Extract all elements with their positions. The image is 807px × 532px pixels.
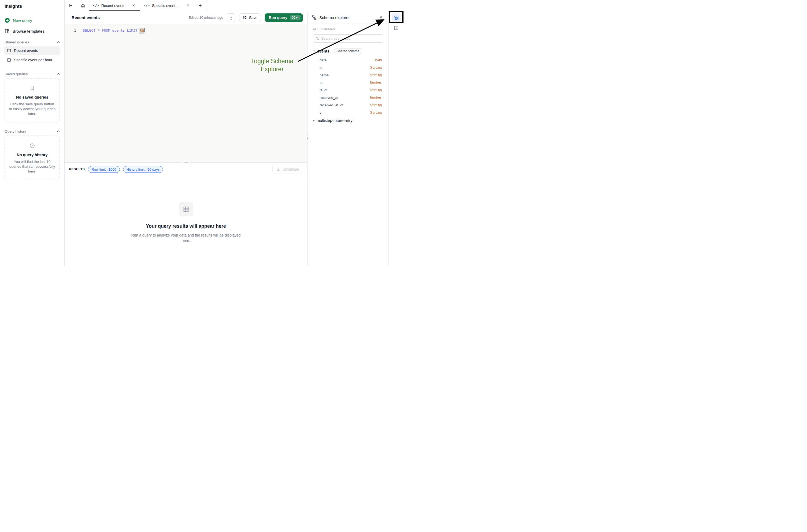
schema-field-row[interactable]: received_at Number xyxy=(319,94,382,101)
sidebar: Insights New query Browse templates Shar… xyxy=(0,0,65,266)
schema-field-row[interactable]: v String xyxy=(319,109,382,116)
chevron-up-icon xyxy=(57,130,60,132)
close-tab-icon[interactable]: ✕ xyxy=(186,3,190,8)
schema-field-row[interactable]: name String xyxy=(319,71,382,79)
results-label: RESULTS xyxy=(69,167,85,171)
caret-down-icon: ▼ xyxy=(313,50,315,53)
panel-resize-handle[interactable] xyxy=(306,134,309,143)
bookmark-icon xyxy=(8,86,56,91)
history-limit-pill[interactable]: History limit : 90 days xyxy=(123,166,163,173)
run-query-button[interactable]: Run query ⌘ ↵ xyxy=(264,13,303,22)
feedback-icon xyxy=(393,25,399,31)
home-icon xyxy=(81,3,86,8)
search-input[interactable] xyxy=(321,36,381,40)
schema-search-box[interactable] xyxy=(313,34,383,43)
save-icon xyxy=(243,16,247,20)
caret-right-icon: ▶ xyxy=(313,119,315,122)
shared-queries-section-header[interactable]: Shared queries xyxy=(4,40,60,44)
run-query-shortcut: ⌘ ↵ xyxy=(290,15,300,20)
query-editor-pane: Recent events Edited 10 minutes ago Save… xyxy=(65,11,307,266)
plus-icon: + xyxy=(199,3,202,8)
results-empty-state: Your query results will appear here Run … xyxy=(65,176,307,266)
query-history-empty-state: No query history You will find the last … xyxy=(4,136,60,180)
schema-event-multistep[interactable]: ▶ multistep-future-retry xyxy=(313,118,383,123)
schema-field-row[interactable]: data JSON xyxy=(319,56,382,64)
sql-code: SELECT * FROM events LIMIT xyxy=(83,28,140,34)
editor-header: Recent events Edited 10 minutes ago Save… xyxy=(65,11,307,24)
history-icon xyxy=(8,143,56,148)
schema-explorer-panel: Schema explorer ✕ ALL SCHEMAS ▼ events S… xyxy=(307,11,388,266)
results-toolbar: RESULTS Row limit : 1000 History limit :… xyxy=(65,163,307,176)
collapse-left-icon xyxy=(68,3,73,8)
tab-recent-events[interactable]: </> Recent events ✕ xyxy=(89,0,140,11)
schema-field-row[interactable]: ts Number xyxy=(319,79,382,86)
table-icon xyxy=(183,206,189,213)
save-button[interactable]: Save xyxy=(239,13,261,22)
empty-results-title: Your query results will appear here xyxy=(146,223,226,229)
page-title: Insights xyxy=(4,4,60,9)
query-title: Recent events xyxy=(72,15,100,20)
toggle-schema-explorer-button[interactable] xyxy=(392,13,401,22)
line-number: 1 xyxy=(65,28,83,34)
schema-explorer-title: Schema explorer xyxy=(319,15,375,20)
sql-selected-number: 50 xyxy=(140,28,144,34)
sql-editor[interactable]: 1SELECT * FROM events LIMIT 50 xyxy=(65,24,307,163)
collapse-sidebar-button[interactable] xyxy=(65,0,77,11)
new-query-button[interactable]: New query xyxy=(4,17,60,23)
plus-circle-icon xyxy=(4,18,10,23)
schema-event-events[interactable]: ▼ events Shared schema xyxy=(313,48,383,54)
close-tab-icon[interactable]: ✕ xyxy=(131,3,136,8)
templates-icon xyxy=(4,28,10,34)
new-tab-button[interactable]: + xyxy=(194,0,206,11)
query-icon xyxy=(7,48,11,53)
schema-field-row[interactable]: ts_dt String xyxy=(319,86,382,94)
download-button[interactable]: Download xyxy=(272,165,303,174)
code-tab-icon: </> xyxy=(144,4,150,7)
sidebar-item-specific-event[interactable]: Specific event per hour (... xyxy=(4,56,60,64)
edited-timestamp: Edited 10 minutes ago xyxy=(188,16,223,20)
text-cursor xyxy=(145,28,145,33)
row-limit-pill[interactable]: Row limit : 1000 xyxy=(88,166,120,173)
all-schemas-label: ALL SCHEMAS xyxy=(313,27,383,31)
close-schema-panel-icon[interactable]: ✕ xyxy=(378,15,384,20)
chevron-up-icon xyxy=(57,73,60,75)
saved-queries-section-header[interactable]: Saved queries xyxy=(4,72,60,76)
schema-tree-icon xyxy=(394,16,399,20)
query-history-section-header[interactable]: Query history xyxy=(4,129,60,133)
saved-queries-empty-state: No saved queries Click the save query bu… xyxy=(4,78,60,122)
schema-explorer-header: Schema explorer ✕ xyxy=(308,11,388,24)
sidebar-item-recent-events[interactable]: Recent events xyxy=(4,46,60,55)
browse-templates-button[interactable]: Browse templates xyxy=(4,28,60,34)
search-icon xyxy=(315,37,319,40)
code-line: 1SELECT * FROM events LIMIT 50 xyxy=(65,24,307,34)
right-toolbar xyxy=(388,11,403,266)
table-icon-tile xyxy=(179,202,193,216)
schema-fields-list: data JSON id String name String ts Numbe… xyxy=(315,56,382,116)
schema-tree-icon xyxy=(312,15,317,20)
schema-field-row[interactable]: received_at_dt String xyxy=(319,101,382,109)
home-button[interactable] xyxy=(77,0,89,11)
query-icon xyxy=(7,58,11,62)
kebab-icon xyxy=(231,16,232,20)
shared-schema-badge: Shared schema xyxy=(334,48,362,54)
download-icon xyxy=(276,167,280,171)
code-tab-icon: </> xyxy=(93,4,99,7)
tab-specific-event[interactable]: </> Specific event ... ✕ xyxy=(140,0,194,11)
chevron-up-icon xyxy=(57,41,60,43)
more-options-button[interactable] xyxy=(227,13,235,22)
empty-results-body: Run a query to analyze your data and the… xyxy=(130,232,242,243)
results-resize-handle[interactable] xyxy=(182,161,190,164)
tab-strip: </> Recent events ✕ </> Specific event .… xyxy=(65,0,403,11)
feedback-button[interactable] xyxy=(393,25,399,31)
schema-field-row[interactable]: id String xyxy=(319,64,382,71)
